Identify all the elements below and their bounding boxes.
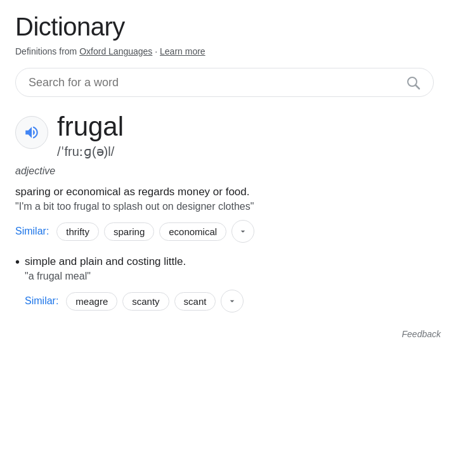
example-text-2: "a frugal meal" (25, 271, 441, 282)
feedback-link[interactable]: Feedback (15, 329, 441, 339)
word-text: frugal (57, 112, 124, 141)
expand-similar-1[interactable] (231, 220, 254, 243)
svg-line-1 (416, 86, 420, 89)
part-of-speech: adjective (15, 165, 441, 177)
definition-text-1: sparing or economical as regards money o… (15, 186, 441, 198)
similar-label-2: Similar: (25, 295, 58, 307)
pronunciation: /ˈfruːɡ(ə)l/ (57, 144, 124, 159)
similar-row-1: Similar: thrifty sparing economical (15, 220, 441, 243)
similar-tag-meagre[interactable]: meagre (66, 292, 117, 311)
similar-tag-sparing[interactable]: sparing (104, 222, 154, 241)
word-section: frugal /ˈfruːɡ(ə)l/ (15, 112, 441, 159)
search-bar (15, 68, 434, 97)
search-input[interactable] (29, 76, 405, 89)
speaker-button[interactable] (15, 116, 48, 149)
search-icon (405, 75, 420, 90)
similar-tag-economical[interactable]: economical (159, 222, 226, 241)
separator: · (155, 46, 160, 56)
expand-similar-2[interactable] (221, 290, 244, 312)
bullet-point: • (15, 255, 20, 269)
page-title: Dictionary (15, 13, 441, 41)
oxford-languages-link[interactable]: Oxford Languages (79, 46, 152, 56)
similar-row-2: Similar: meagre scanty scant (25, 290, 441, 312)
word-info: frugal /ˈfruːɡ(ə)l/ (57, 112, 124, 159)
definition-1: sparing or economical as regards money o… (15, 186, 441, 243)
def-content-2: simple and plain and costing little. "a … (25, 255, 441, 316)
bullet-def-2: • simple and plain and costing little. "… (15, 255, 441, 316)
definition-text-2: simple and plain and costing little. (25, 255, 441, 268)
learn-more-link[interactable]: Learn more (160, 46, 205, 56)
volume-icon (23, 124, 40, 141)
source-line: Definitions from Oxford Languages · Lear… (15, 46, 441, 56)
similar-tag-scanty[interactable]: scanty (122, 292, 169, 311)
example-text-1: "I'm a bit too frugal to splash out on d… (15, 201, 441, 212)
chevron-down-icon-2 (227, 296, 237, 306)
definition-2: • simple and plain and costing little. "… (15, 255, 441, 316)
similar-label-1: Similar: (15, 226, 49, 237)
chevron-down-icon (238, 226, 248, 236)
similar-tag-scant[interactable]: scant (174, 292, 216, 311)
similar-tag-thrifty[interactable]: thrifty (56, 222, 99, 241)
search-button[interactable] (405, 75, 420, 90)
source-text: Definitions from (15, 46, 77, 56)
